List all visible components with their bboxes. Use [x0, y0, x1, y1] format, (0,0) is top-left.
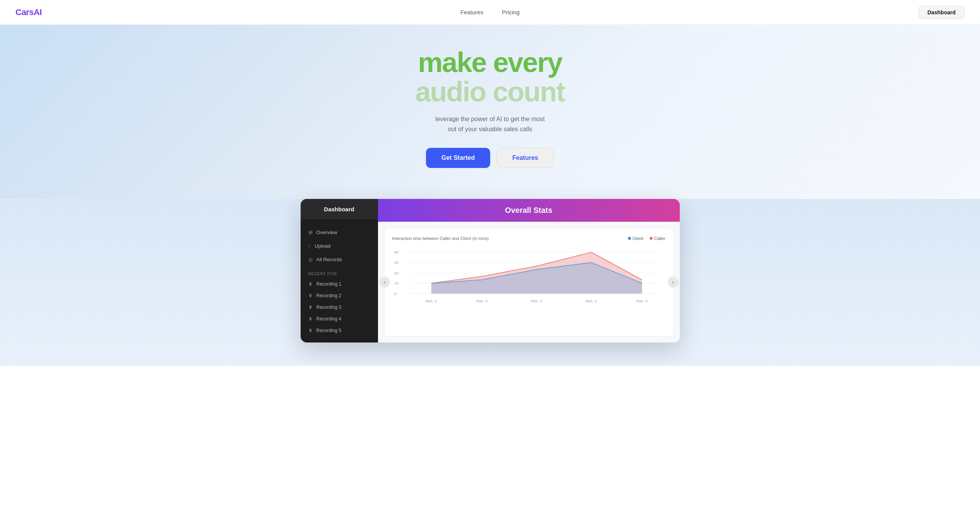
hero-section: make every audio count leverage the powe…	[0, 25, 980, 199]
features-button[interactable]: Features	[496, 148, 554, 168]
sidebar-recording-1[interactable]: 🎙 Recording 1	[301, 278, 378, 290]
svg-text:Rec. 4: Rec. 4	[585, 299, 597, 303]
recording-4-label: Recording 4	[316, 316, 342, 322]
sidebar-recording-3[interactable]: 🎙 Recording 3	[301, 301, 378, 313]
sidebar-recording-5[interactable]: 🎙 Recording 5	[301, 325, 378, 336]
sidebar-item-overview-label: Overview	[316, 229, 337, 235]
upload-icon: ↑	[308, 243, 311, 249]
hero-subtitle-line1: leverage the power of AI to get the most	[435, 114, 545, 124]
sidebar-item-upload-label: Upload	[315, 243, 330, 249]
sidebar-recording-2[interactable]: 🎙 Recording 2	[301, 290, 378, 301]
sidebar: Dashboard ⊞ Overview ↑ Upload ◎ All Reco…	[301, 199, 378, 342]
chart-container: ‹ › Interaction time between Caller and …	[384, 228, 674, 336]
logo-accent: AI	[34, 7, 42, 17]
hero-title-line2: audio count	[416, 77, 565, 107]
svg-text:0: 0	[394, 292, 397, 296]
recording-5-icon: 🎙	[308, 328, 313, 333]
features-link[interactable]: Features	[460, 9, 483, 15]
recording-4-icon: 🎙	[308, 317, 313, 321]
recording-3-icon: 🎙	[308, 305, 313, 310]
chart-title: Interaction time between Caller and Clie…	[392, 236, 665, 241]
sidebar-recording-4[interactable]: 🎙 Recording 4	[301, 313, 378, 325]
dashboard-preview: Dashboard ⊞ Overview ↑ Upload ◎ All Reco…	[301, 199, 680, 342]
caller-dot	[650, 237, 653, 240]
svg-text:Rec. 2: Rec. 2	[476, 299, 487, 303]
svg-text:15: 15	[394, 281, 398, 285]
sidebar-header: Dashboard	[301, 199, 378, 219]
dashboard-button[interactable]: Dashboard	[918, 6, 965, 19]
client-dot	[628, 237, 631, 240]
hero-subtitle-line2: out of your valuable sales calls	[435, 124, 545, 134]
navbar: CarsAI Features Pricing Dashboard	[0, 0, 980, 25]
recording-2-icon: 🎙	[308, 293, 313, 298]
sidebar-item-records-label: All Records	[316, 257, 342, 262]
logo-text: Cars	[15, 7, 34, 17]
legend-caller: Caller	[650, 236, 665, 241]
carousel-left-arrow[interactable]: ‹	[379, 277, 390, 288]
stats-header: Overall Stats	[378, 199, 680, 222]
records-icon: ◎	[308, 257, 313, 262]
hero-subtitle: leverage the power of AI to get the most…	[435, 114, 545, 134]
get-started-button[interactable]: Get Started	[426, 148, 490, 168]
svg-text:Rec. 5: Rec. 5	[636, 299, 647, 303]
pricing-link[interactable]: Pricing	[502, 9, 520, 15]
recent-section-label: RECENT FIVE	[301, 266, 378, 278]
recording-3-label: Recording 3	[316, 305, 342, 310]
nav-item-features[interactable]: Features	[460, 9, 483, 16]
recording-1-label: Recording 1	[316, 281, 342, 287]
sidebar-item-upload[interactable]: ↑ Upload	[301, 239, 378, 253]
main-content: Overall Stats ‹ › Interaction time betwe…	[378, 199, 680, 342]
svg-text:Rec. 3: Rec. 3	[531, 299, 542, 303]
recording-5-label: Recording 5	[316, 328, 342, 333]
hero-title: make every audio count	[416, 48, 565, 106]
recording-2-label: Recording 2	[316, 293, 342, 298]
stats-header-text: Overall Stats	[505, 206, 552, 214]
caller-legend-label: Caller	[654, 236, 665, 241]
hero-buttons: Get Started Features	[426, 148, 554, 168]
sidebar-item-overview[interactable]: ⊞ Overview	[301, 226, 378, 239]
svg-text:30: 30	[394, 271, 398, 275]
client-legend-label: Client	[633, 236, 643, 241]
chart-legend: Client Caller	[628, 236, 665, 241]
overview-icon: ⊞	[308, 229, 313, 235]
nav-item-pricing[interactable]: Pricing	[502, 9, 520, 16]
recording-1-icon: 🎙	[308, 282, 313, 286]
sidebar-item-all-records[interactable]: ◎ All Records	[301, 253, 378, 266]
hero-title-line1: make every	[416, 48, 565, 77]
svg-text:Rec. 1: Rec. 1	[426, 299, 437, 303]
logo[interactable]: CarsAI	[15, 7, 42, 17]
nav-links: Features Pricing	[460, 9, 520, 16]
chart-svg: 60 45 30 15 0 Rec. 1 Rec. 2 Rec. 3 Rec. …	[392, 245, 665, 307]
svg-text:60: 60	[394, 250, 398, 254]
svg-text:45: 45	[394, 261, 398, 265]
sidebar-nav: ⊞ Overview ↑ Upload ◎ All Records RECENT…	[301, 219, 378, 342]
carousel-right-arrow[interactable]: ›	[668, 277, 679, 288]
legend-client: Client	[628, 236, 643, 241]
preview-section: Dashboard ⊞ Overview ↑ Upload ◎ All Reco…	[0, 199, 980, 366]
